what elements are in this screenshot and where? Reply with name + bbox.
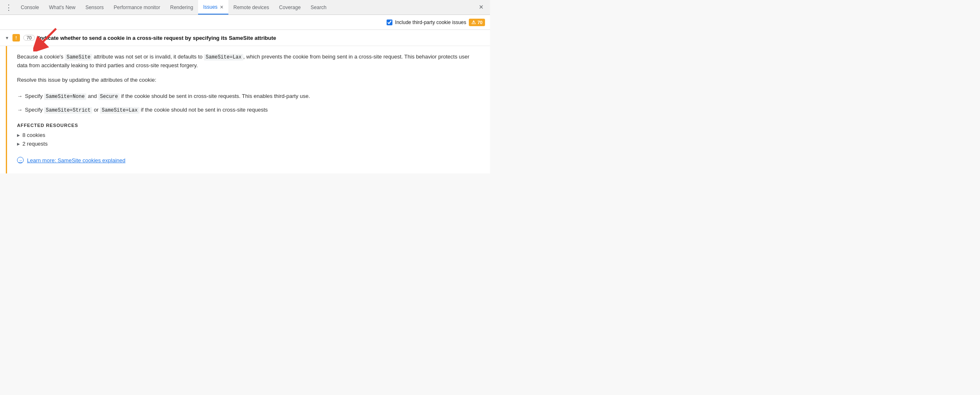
issue-count-pill: 70 bbox=[23, 35, 35, 41]
resolve-bullet-1: → Specify SameSite=None and Secure if th… bbox=[17, 92, 480, 101]
warning-badge-icon: ⚠ bbox=[471, 20, 476, 25]
collapse-chevron-icon[interactable]: ▼ bbox=[5, 36, 9, 40]
close-panel-icon[interactable]: × bbox=[474, 3, 488, 12]
affected-resources-section: AFFECTED RESOURCES ▶ 8 cookies ▶ 2 reque… bbox=[17, 123, 480, 147]
issue-description-1: Because a cookie's SameSite attribute wa… bbox=[17, 53, 480, 85]
resource-requests[interactable]: ▶ 2 requests bbox=[17, 141, 480, 147]
resource-cookies[interactable]: ▶ 8 cookies bbox=[17, 132, 480, 138]
arrow-icon-1: → bbox=[17, 92, 22, 101]
issues-panel: ▼ ! 70 Indicate whether to send a cookie… bbox=[0, 30, 490, 173]
issue-title: Indicate whether to send a cookie in a c… bbox=[38, 35, 276, 41]
issue-body: Because a cookie's SameSite attribute wa… bbox=[6, 46, 490, 173]
issue-header-row[interactable]: ▼ ! 70 Indicate whether to send a cookie… bbox=[0, 30, 490, 46]
issue-description-2: Resolve this issue by updating the attri… bbox=[17, 76, 480, 85]
tab-coverage[interactable]: Coverage bbox=[274, 0, 306, 15]
external-link-icon: → bbox=[17, 157, 24, 163]
issue-count-badge: ⚠ 70 bbox=[469, 19, 485, 26]
more-tabs-icon[interactable]: ⋮ bbox=[2, 3, 16, 12]
tab-whats-new[interactable]: What's New bbox=[44, 0, 81, 15]
code-secure: Secure bbox=[98, 93, 120, 100]
learn-more-section: → Learn more: SameSite cookies explained bbox=[17, 157, 480, 163]
arrow-icon-2: → bbox=[17, 106, 22, 115]
tab-search[interactable]: Search bbox=[306, 0, 331, 15]
include-third-party-checkbox[interactable] bbox=[387, 20, 392, 25]
learn-more-link[interactable]: → Learn more: SameSite cookies explained bbox=[17, 157, 480, 163]
tab-rendering[interactable]: Rendering bbox=[165, 0, 198, 15]
expand-cookies-icon[interactable]: ▶ bbox=[17, 133, 20, 137]
affected-resources-label: AFFECTED RESOURCES bbox=[17, 123, 480, 128]
tab-performance-monitor[interactable]: Performance monitor bbox=[109, 0, 165, 15]
code-samesite-none: SameSite=None bbox=[44, 93, 86, 100]
close-tab-issues-icon[interactable]: × bbox=[220, 4, 223, 10]
toolbar: Include third-party cookie issues ⚠ 70 bbox=[0, 15, 490, 30]
code-samesite: SameSite bbox=[65, 54, 92, 61]
issue-warning-icon: ! bbox=[12, 34, 20, 41]
tab-console[interactable]: Console bbox=[16, 0, 44, 15]
code-samesite-lax: SameSite=Lax bbox=[204, 54, 243, 61]
code-samesite-strict: SameSite=Strict bbox=[44, 107, 92, 114]
tab-issues[interactable]: Issues × bbox=[198, 0, 228, 15]
tab-sensors[interactable]: Sensors bbox=[81, 0, 109, 15]
resolve-bullet-2: → Specify SameSite=Strict or SameSite=La… bbox=[17, 106, 480, 115]
code-samesite-lax-2: SameSite=Lax bbox=[100, 107, 139, 114]
tab-remote-devices[interactable]: Remote devices bbox=[228, 0, 274, 15]
expand-requests-icon[interactable]: ▶ bbox=[17, 142, 20, 146]
tab-bar: ⋮ Console What's New Sensors Performance… bbox=[0, 0, 490, 15]
include-third-party-checkbox-label[interactable]: Include third-party cookie issues bbox=[387, 20, 466, 25]
